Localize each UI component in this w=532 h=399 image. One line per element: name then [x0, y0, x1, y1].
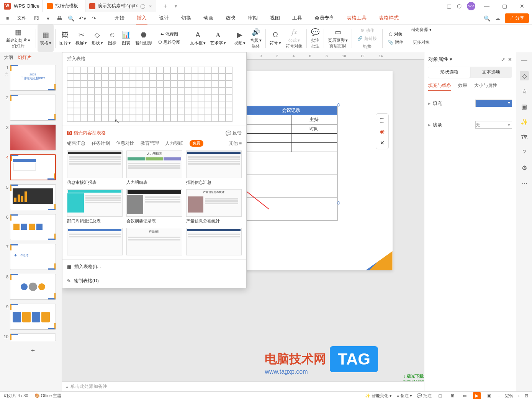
tab-tools[interactable]: 工具: [291, 12, 303, 25]
design-icon[interactable]: ✨: [520, 117, 529, 126]
category-tab[interactable]: 信息对比: [116, 140, 134, 147]
reading-view-icon[interactable]: ▭: [461, 392, 468, 399]
audio-icon[interactable]: 🔊: [251, 28, 260, 37]
more-icon[interactable]: ⋯: [520, 178, 529, 188]
smart-beautify-button[interactable]: ✨ 智能美化 ▾: [365, 393, 392, 399]
wordart-button[interactable]: 艺术字 ▾: [210, 40, 226, 46]
collapse-icon[interactable]: —: [520, 56, 529, 65]
table-button[interactable]: 表格 ▾: [40, 40, 51, 46]
map-icon[interactable]: 🗺: [520, 132, 529, 142]
slide-thumbnail[interactable]: 2023工作总结汇报PPT: [10, 65, 56, 91]
tab-table-style[interactable]: 表格样式: [378, 12, 399, 25]
template-item[interactable]: 会议纲要记录表: [126, 189, 182, 224]
slide-thumbnail[interactable]: [10, 184, 56, 210]
mindmap-button[interactable]: ⬡ 思维导图: [157, 39, 182, 46]
icons-icon[interactable]: ☺: [108, 30, 117, 39]
hamburger-icon[interactable]: ≡: [3, 14, 12, 23]
screenshot-button[interactable]: 截屏 ▾: [75, 40, 87, 46]
icons-button[interactable]: 图标: [108, 40, 116, 46]
settings-icon[interactable]: ⚙: [520, 163, 529, 172]
template-item[interactable]: 招聘信息汇总: [186, 150, 242, 185]
zoom-level[interactable]: 62%: [505, 394, 513, 398]
tab-member[interactable]: 会员专享: [314, 12, 335, 25]
redo-icon[interactable]: ↷: [89, 14, 98, 23]
flowchart-button[interactable]: ⬌ 流程图: [159, 31, 180, 38]
tab-document[interactable]: 演示文稿素材2.pptx ◯ ×: [85, 0, 156, 12]
wordart-icon[interactable]: 𝐀: [214, 30, 223, 39]
search-icon[interactable]: 🔍: [484, 15, 490, 21]
cloud-icon[interactable]: ☁: [495, 15, 500, 21]
text-options-tab[interactable]: 文本选项: [470, 67, 512, 78]
tab-table-tools[interactable]: 表格工具: [346, 12, 367, 25]
undo-icon[interactable]: ↶▾: [78, 14, 87, 23]
zoom-out-icon[interactable]: −: [498, 394, 500, 398]
object-button[interactable]: ⬡ 对象: [387, 31, 404, 38]
chevron-right-icon[interactable]: ▸: [428, 101, 431, 106]
template-item[interactable]: 产品统计: [126, 228, 182, 255]
presenter-view-icon[interactable]: ▣: [485, 392, 493, 399]
close-tab-icon[interactable]: ×: [149, 3, 152, 9]
template-item[interactable]: [186, 228, 242, 255]
category-tab[interactable]: 教育管理: [141, 140, 159, 147]
table-cell[interactable]: 主持: [291, 115, 337, 124]
cube-icon[interactable]: ⬡: [457, 3, 462, 9]
share-button[interactable]: ↗ 分享: [505, 13, 529, 23]
slide-thumbnail[interactable]: [10, 214, 56, 240]
slides-tab[interactable]: 幻灯片: [18, 54, 31, 61]
shape-options-tab[interactable]: 形状选项: [428, 67, 470, 78]
category-tab[interactable]: 任务计划: [92, 140, 110, 147]
formula-icon[interactable]: 𝑓𝑥: [290, 28, 299, 37]
fit-icon[interactable]: ⊡: [525, 393, 528, 398]
table-header[interactable]: 会议记录: [245, 106, 337, 115]
docer-button[interactable]: 稻壳资源 ▾: [409, 26, 433, 33]
tab-design[interactable]: 设计: [158, 12, 170, 25]
category-tab[interactable]: 销售汇总: [67, 140, 85, 147]
table-icon[interactable]: ▦: [41, 30, 50, 39]
help-icon[interactable]: ?: [520, 148, 529, 157]
audio-button[interactable]: 音频 ▾: [250, 38, 262, 43]
sorter-view-icon[interactable]: ⊞: [449, 392, 456, 399]
slide-thumbnail[interactable]: [10, 274, 56, 300]
meeting-table[interactable]: 会议记录 主持 时间: [245, 106, 337, 221]
video-icon[interactable]: ▶: [235, 30, 244, 39]
screenshot-icon[interactable]: ✂: [77, 30, 86, 39]
save-icon[interactable]: 🖫: [32, 14, 41, 23]
comment-icon[interactable]: 💬: [311, 28, 320, 37]
outline-tab[interactable]: 大纲: [4, 54, 13, 61]
chevron-right-icon[interactable]: ▸: [428, 122, 431, 128]
effects-tab[interactable]: 效果: [458, 82, 467, 91]
size-props-tab[interactable]: 大小与属性: [474, 82, 497, 91]
template-item[interactable]: 产量信息分布统计产量信息分布统计: [186, 189, 242, 224]
zoom-in-icon[interactable]: +: [518, 394, 520, 398]
header-button[interactable]: 页眉页脚 ▾: [328, 38, 348, 43]
slide-thumbnail[interactable]: [10, 154, 56, 180]
feedback-link[interactable]: 💬 反馈: [226, 130, 242, 136]
chart-button[interactable]: 图表: [122, 40, 130, 46]
theme-indicator[interactable]: 🎨 Office 主题: [34, 393, 62, 399]
new-tab-button[interactable]: +: [159, 3, 172, 10]
notes-placeholder[interactable]: 单击此处添加备注: [70, 383, 107, 390]
layout-icon[interactable]: ▢: [447, 3, 452, 9]
pin-icon[interactable]: ⤢: [501, 57, 505, 62]
table-grid-picker[interactable]: document.write(Array.from({length:8}).ma…: [62, 65, 246, 126]
comment-button[interactable]: 批注: [311, 38, 319, 43]
textbox-button[interactable]: 文本框 ▾: [190, 40, 206, 46]
comments-toggle[interactable]: 💬 批注: [417, 393, 432, 399]
tab-templates[interactable]: 找稻壳模板: [43, 0, 82, 12]
maximize-icon[interactable]: ▢: [498, 3, 511, 9]
tab-start[interactable]: 开始: [114, 12, 125, 25]
tab-review[interactable]: 审阅: [247, 12, 259, 25]
tab-insert[interactable]: 插入: [136, 12, 147, 25]
notes-toggle-icon[interactable]: ▴: [66, 384, 68, 389]
clipboard-icon[interactable]: ▣: [520, 102, 529, 111]
video-button[interactable]: 视频 ▾: [234, 40, 246, 46]
draw-table-menuitem[interactable]: ✎绘制表格(D): [62, 274, 246, 288]
template-item[interactable]: 部门周销量汇总表: [67, 189, 123, 224]
fill-line-tab[interactable]: 填充与线条: [428, 82, 451, 91]
slide-thumbnail[interactable]: [10, 334, 56, 341]
tab-transition[interactable]: 切换: [180, 12, 192, 25]
fill-color-selector[interactable]: ▾: [475, 100, 512, 107]
close-window-icon[interactable]: ✕: [516, 3, 528, 9]
selection-handle[interactable]: [337, 103, 340, 106]
close-panel-icon[interactable]: ✕: [508, 57, 512, 62]
